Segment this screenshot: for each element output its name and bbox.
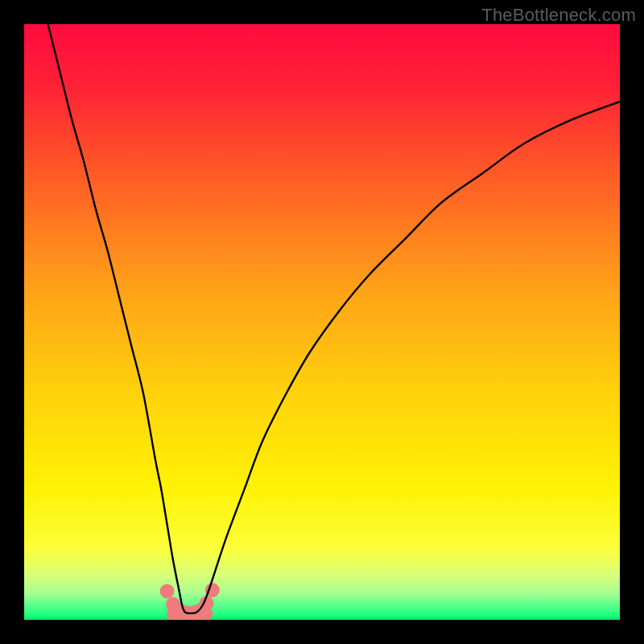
curve-layer xyxy=(24,24,620,620)
chart-frame: TheBottleneck.com xyxy=(0,0,644,644)
watermark-text: TheBottleneck.com xyxy=(481,5,636,26)
svg-point-2 xyxy=(160,584,175,598)
bottleneck-curve xyxy=(48,24,620,613)
plot-area xyxy=(24,24,620,620)
